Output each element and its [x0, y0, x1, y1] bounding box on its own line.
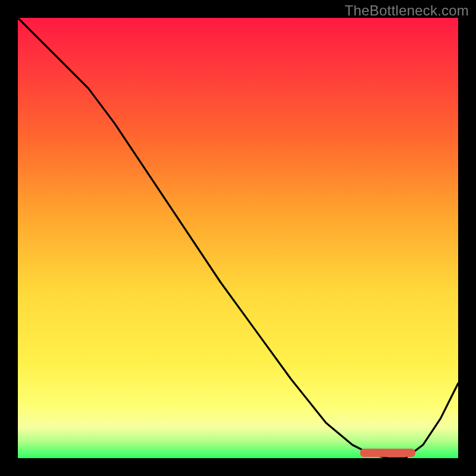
chart-overlay	[18, 18, 458, 458]
watermark-text: TheBottleneck.com	[345, 2, 469, 19]
plot-area	[18, 18, 458, 458]
chart-frame: TheBottleneck.com	[0, 0, 476, 476]
bottleneck-curve	[18, 18, 458, 458]
min-region-marker	[361, 450, 414, 456]
